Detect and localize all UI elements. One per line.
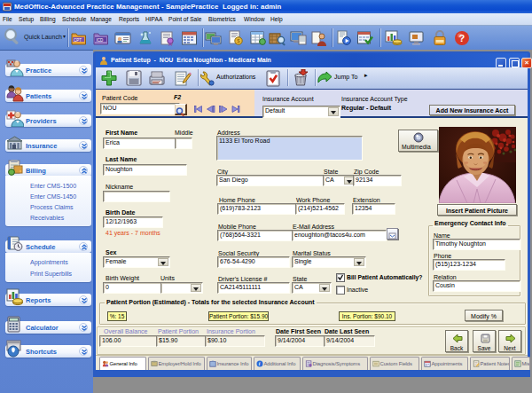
svg-text:ICD: ICD [97,38,105,43]
svg-text:?: ? [459,33,466,43]
svg-text:CPT: CPT [74,38,82,43]
